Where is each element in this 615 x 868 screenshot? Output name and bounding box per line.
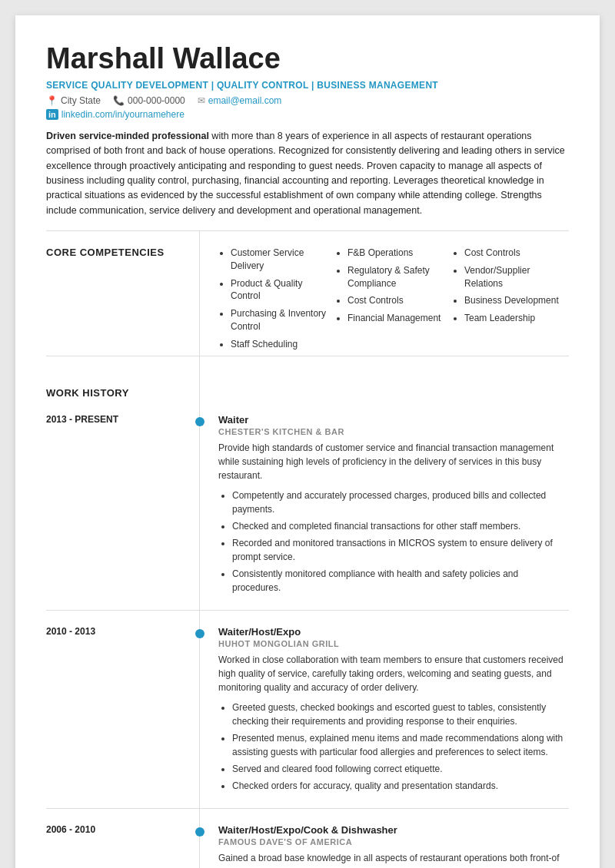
comp-item: Staff Scheduling bbox=[231, 338, 329, 351]
job-title-1: Waiter bbox=[218, 414, 569, 426]
job-title-3: Waiter/Host/Expo/Cook & Dishwasher bbox=[218, 824, 569, 836]
comp-col-1: Customer Service Delivery Product & Qual… bbox=[218, 247, 335, 356]
job-desc-3: Gained a broad base knowledge in all asp… bbox=[218, 851, 569, 868]
phone-info: 📞 000-000-0000 bbox=[113, 95, 185, 106]
comp-item: F&B Operations bbox=[347, 247, 446, 260]
job-entry-1: 2013 - PRESENT Waiter CHESTER'S KITCHEN … bbox=[46, 399, 569, 610]
job-title-2: Waiter/Host/Expo bbox=[218, 626, 569, 638]
comp-item: Purchasing & Inventory Control bbox=[231, 307, 329, 333]
timeline-dot-1 bbox=[195, 417, 204, 426]
competencies-heading: CORE COMPETENCIES bbox=[46, 247, 184, 258]
comp-item: Business Development bbox=[464, 294, 563, 307]
work-history-spacer bbox=[200, 356, 569, 399]
timeline-dot-3 bbox=[195, 827, 204, 837]
resume-document: Marshall Wallace SERVICE QUALITY DEVELOP… bbox=[15, 15, 600, 868]
timeline-dot-2 bbox=[195, 629, 204, 638]
job-desc-1: Provide high standards of customer servi… bbox=[218, 441, 569, 482]
competencies-content: Customer Service Delivery Product & Qual… bbox=[200, 231, 569, 356]
job-entry-2: 2010 - 2013 Waiter/Host/Expo HUHOT MONGO… bbox=[46, 610, 569, 808]
competencies-grid: Customer Service Delivery Product & Qual… bbox=[218, 247, 569, 356]
bullet-item: Recorded and monitored transactions in M… bbox=[232, 536, 569, 564]
comp-item: Product & Quality Control bbox=[231, 277, 329, 303]
candidate-name: Marshall Wallace bbox=[46, 43, 569, 75]
bullet-item: Competently and accurately processed cha… bbox=[232, 489, 569, 516]
comp-item: Cost Controls bbox=[464, 247, 563, 260]
comp-item: Vendor/Supplier Relations bbox=[464, 264, 563, 290]
job-entry-3: 2006 - 2010 Waiter/Host/Expo/Cook & Dish… bbox=[46, 808, 569, 868]
competencies-label-col: CORE COMPETENCIES bbox=[46, 231, 200, 356]
candidate-title: SERVICE QUALITY DEVELOPMENT | QUALITY CO… bbox=[46, 80, 569, 91]
competencies-section: CORE COMPETENCIES Customer Service Deliv… bbox=[46, 231, 569, 356]
company-1: CHESTER'S KITCHEN & BAR bbox=[218, 427, 569, 436]
comp-item: Regulatory & Safety Compliance bbox=[347, 264, 446, 290]
contact-info: 📍 City State 📞 000-000-0000 ✉ email@emai… bbox=[46, 95, 569, 106]
bullet-item: Checked and completed financial transact… bbox=[232, 519, 569, 533]
city-state: City State bbox=[61, 95, 101, 106]
comp-col-2: F&B Operations Regulatory & Safety Compl… bbox=[335, 247, 452, 356]
summary-rest: with more than 8 years of experience in … bbox=[46, 131, 565, 216]
linkedin-info: inlinkedin.com/in/yournamehere bbox=[46, 109, 569, 120]
work-history-label-col: WORK HISTORY bbox=[46, 356, 200, 399]
job-bullets-1: Competently and accurately processed cha… bbox=[218, 489, 569, 595]
bullet-item: Checked orders for accuracy, quality and… bbox=[232, 779, 569, 793]
comp-item: Financial Management bbox=[347, 312, 446, 325]
resume-header: Marshall Wallace SERVICE QUALITY DEVELOP… bbox=[46, 43, 569, 231]
job-details-1: Waiter CHESTER'S KITCHEN & BAR Provide h… bbox=[200, 399, 569, 610]
email-info: ✉ email@email.com bbox=[198, 95, 282, 106]
professional-summary: Driven service-minded professional with … bbox=[46, 129, 569, 231]
company-3: FAMOUS DAVE'S OF AMERICA bbox=[218, 837, 569, 846]
work-history-heading: WORK HISTORY bbox=[46, 372, 184, 399]
email-icon: ✉ bbox=[198, 95, 205, 106]
job-desc-2: Worked in close collaboration with team … bbox=[218, 653, 569, 694]
bullet-item: Served and cleared food following correc… bbox=[232, 762, 569, 776]
comp-item: Cost Controls bbox=[347, 294, 446, 307]
location-info: 📍 City State bbox=[46, 95, 101, 106]
job-details-2: Waiter/Host/Expo HUHOT MONGOLIAN GRILL W… bbox=[200, 611, 569, 808]
linkedin-url: linkedin.com/in/yournamehere bbox=[62, 109, 184, 120]
job-details-3: Waiter/Host/Expo/Cook & Dishwasher FAMOU… bbox=[200, 809, 569, 868]
job-dates-3: 2006 - 2010 bbox=[46, 809, 200, 868]
bullet-item: Consistently monitored compliance with h… bbox=[232, 567, 569, 595]
job-dates-1: 2013 - PRESENT bbox=[46, 399, 200, 610]
bullet-item: Greeted guests, checked bookings and esc… bbox=[232, 701, 569, 728]
company-2: HUHOT MONGOLIAN GRILL bbox=[218, 639, 569, 648]
phone-number: 000-000-0000 bbox=[128, 95, 185, 106]
comp-item: Team Leadership bbox=[464, 312, 563, 325]
phone-icon: 📞 bbox=[113, 95, 125, 106]
job-bullets-2: Greeted guests, checked bookings and esc… bbox=[218, 701, 569, 793]
linkedin-icon: in bbox=[46, 109, 58, 120]
summary-bold: Driven service-minded professional bbox=[46, 131, 209, 141]
job-dates-2: 2010 - 2013 bbox=[46, 611, 200, 808]
email-address: email@email.com bbox=[208, 95, 282, 106]
comp-col-3: Cost Controls Vendor/Supplier Relations … bbox=[452, 247, 569, 356]
location-icon: 📍 bbox=[46, 95, 58, 106]
work-history-header-row: WORK HISTORY bbox=[46, 356, 569, 399]
comp-item: Customer Service Delivery bbox=[231, 247, 329, 273]
bullet-item: Presented menus, explained menu items an… bbox=[232, 731, 569, 759]
